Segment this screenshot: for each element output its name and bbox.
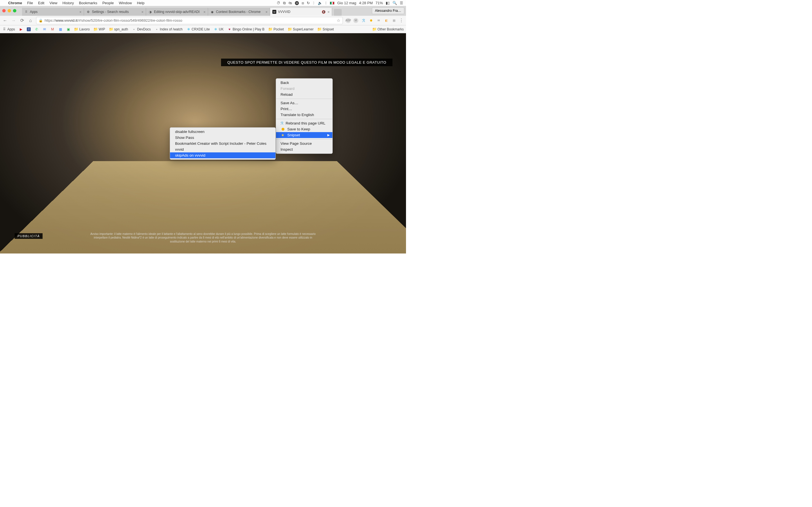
close-icon[interactable]: × (141, 10, 144, 14)
new-tab-button[interactable] (334, 9, 342, 16)
screen-icon[interactable]: ⧉ (283, 1, 286, 5)
ctx-save-as[interactable]: Save As… (276, 100, 333, 106)
sub-vvvid[interactable]: vvvid (170, 147, 275, 152)
input-flag-icon[interactable] (330, 2, 335, 4)
chrome-icon: ◉ (210, 10, 214, 14)
zoom-window[interactable] (13, 9, 16, 12)
bookmarks-bar: ⠿Apps ▶ f ✆ ✉ M ▦ ▣ 📁Lavoro 📁WIP 📁spn_au… (0, 25, 406, 33)
bag-icon[interactable]: 🛍 (289, 1, 292, 5)
ctx-view-source[interactable]: View Page Source (276, 140, 333, 147)
bookmark-indexwatch[interactable]: ▫Index of /watch (155, 27, 183, 31)
menu-file[interactable]: File (24, 1, 36, 5)
bookmark-lavoro[interactable]: 📁Lavoro (74, 27, 90, 31)
bookmark-inbox[interactable]: ✉ (43, 27, 47, 31)
bookmark-wa[interactable]: ✆ (35, 27, 39, 31)
profile-button[interactable]: Alessandro Fra… (372, 7, 404, 14)
sub-disable-fullscreen[interactable]: disable fullscreen (170, 129, 275, 135)
ctx-rebrand[interactable]: ℛRebrand this page URL (276, 120, 333, 126)
tab-title: Settings - Search results (92, 10, 140, 14)
volume-icon[interactable]: 🔈 (318, 1, 322, 5)
forward-button[interactable]: → (11, 18, 16, 23)
m-icon[interactable]: M (295, 1, 299, 5)
ext-keep-icon[interactable]: ⬢ (368, 18, 373, 23)
facebook-icon: f (27, 27, 31, 31)
bookmark-devdocs[interactable]: ▫DevDocs (132, 27, 151, 31)
notif-icon[interactable]: ☰ (400, 1, 403, 5)
app-menu[interactable]: Chrome (6, 1, 24, 5)
sub-show-pass[interactable]: Show Pass (170, 135, 275, 140)
separator (276, 99, 333, 99)
ctx-reload[interactable]: Reload (276, 92, 333, 98)
ctx-translate[interactable]: Translate to English (276, 112, 333, 118)
bookmark-crxde[interactable]: ❄CRXDE Lite (187, 27, 210, 31)
github-icon: ◑ (148, 10, 152, 14)
menu-history[interactable]: History (60, 1, 76, 5)
bookmark-gmail[interactable]: M (50, 27, 54, 31)
timer-icon[interactable]: ⏱ (276, 1, 280, 5)
tab-apps[interactable]: ⠿ Apps × (22, 8, 84, 16)
menu-view[interactable]: View (47, 1, 60, 5)
bookmark-spnauth[interactable]: 📁spn_auth (109, 27, 128, 31)
reload-button[interactable]: ⟳ (19, 18, 25, 23)
grid-icon: ⠿ (2, 27, 6, 31)
close-icon[interactable]: × (265, 10, 267, 14)
feedly-icon: ▣ (66, 27, 70, 31)
menu-bookmarks[interactable]: Bookmarks (77, 1, 100, 5)
bookmark-apps[interactable]: ⠿Apps (2, 27, 15, 31)
bookmark-fb[interactable]: f (27, 27, 31, 31)
ext-mail-icon[interactable]: ✉ (376, 18, 381, 23)
other-bookmarks[interactable]: 📁Other Bookmarks (372, 27, 404, 31)
menu-help[interactable]: Help (135, 1, 147, 5)
bookmark-superlearner[interactable]: 📁SuperLearner (288, 27, 313, 31)
page-content[interactable]: QUESTO SPOT PERMETTE DI VEDERE QUESTO FI… (0, 33, 406, 253)
bookmark-wip[interactable]: 📁WIP (94, 27, 105, 31)
chevron-right-icon: ▶ (327, 133, 329, 137)
close-icon[interactable]: × (327, 10, 329, 14)
close-window[interactable] (2, 9, 6, 12)
tab-vvvvid[interactable]: W VVVVID 🔇 × (270, 8, 332, 16)
close-icon[interactable]: × (203, 10, 206, 14)
ctx-keep[interactable]: ⬢Save to Keep (276, 126, 333, 132)
chrome-window: ⠿ Apps × ⚙ Settings - Search results × ◑… (0, 6, 406, 253)
tab-github[interactable]: ◑ Editing vvvvid-skip-adv/READI × (146, 8, 208, 16)
bookmark-snipset[interactable]: 📁Snipset (317, 27, 334, 31)
minimize-window[interactable] (8, 9, 11, 12)
lock-icon[interactable]: 🔒 (39, 18, 43, 22)
menu-people[interactable]: People (100, 1, 116, 5)
bookmark-cal[interactable]: ▦ (58, 27, 62, 31)
tab-settings[interactable]: ⚙ Settings - Search results × (84, 8, 146, 16)
gear-icon: ⚙ (86, 10, 90, 14)
bookmark-bingo[interactable]: ♥Bingo Online | Play B (227, 27, 264, 31)
bookmark-pocket[interactable]: 📁Pocket (268, 27, 284, 31)
bookmark-yt[interactable]: ▶ (19, 27, 23, 31)
spotlight-icon[interactable]: 🔍 (393, 1, 397, 5)
ext-note-icon[interactable]: ▤ (391, 18, 396, 23)
chrome-menu-icon[interactable]: ⋮ (399, 17, 404, 23)
menu-edit[interactable]: Edit (36, 1, 47, 5)
ctx-back[interactable]: Back (276, 80, 333, 86)
menu-window[interactable]: Window (116, 1, 134, 5)
tab-chromestore[interactable]: ◉ Context Bookmarks - Chrome × (208, 8, 270, 16)
ctx-inspect[interactable]: Inspect (276, 147, 333, 152)
dropbox-icon[interactable]: ⧈ (302, 1, 304, 5)
ext-abp-icon[interactable]: ABP (346, 18, 351, 23)
ctx-snipset[interactable]: ★Snipset▶ (276, 132, 333, 138)
bookmark-feed[interactable]: ▣ (66, 27, 70, 31)
battery-icon[interactable]: ▮▯ (386, 1, 390, 5)
back-button[interactable]: ← (2, 18, 8, 23)
mute-icon[interactable]: 🔇 (322, 10, 326, 14)
close-icon[interactable]: × (79, 10, 82, 14)
ext-rebrand-icon[interactable]: ℛ (361, 18, 366, 23)
bookmark-uk[interactable]: ❄UK (214, 27, 223, 31)
sub-skipads[interactable]: skipAds on vvvvid (170, 152, 275, 158)
wifi-icon[interactable]: ⧙ (325, 1, 327, 5)
ext-onetab-icon[interactable]: ◧ (384, 18, 389, 23)
ctx-print[interactable]: Print… (276, 106, 333, 112)
bookmark-star-icon[interactable]: ☆ (337, 18, 340, 23)
timemachine-icon[interactable]: ↻ (307, 1, 310, 5)
sub-bookmarklet-creator[interactable]: Bookmarklet Creator with Script Includer… (170, 140, 275, 147)
address-bar[interactable]: 🔒 https://www.vvvvid.it/#!show/520/tre-c… (36, 17, 343, 24)
home-button[interactable]: ⌂ (28, 18, 33, 23)
ext-m-icon[interactable]: M (353, 18, 358, 23)
bluetooth-icon[interactable]: ᛒ (313, 1, 315, 5)
